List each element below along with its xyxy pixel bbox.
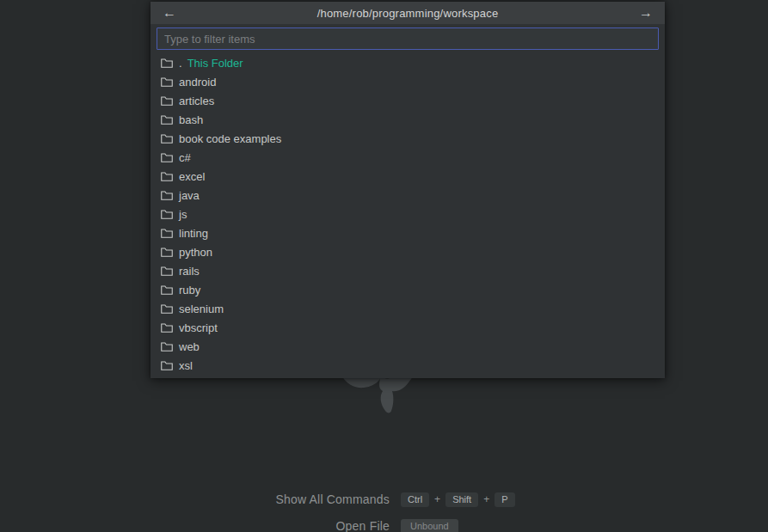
folder-item-label: articles <box>179 95 214 107</box>
folder-item-label: vbscript <box>179 321 218 334</box>
folder-item[interactable]: articles <box>151 91 665 110</box>
keybinding-hints: Show All Commands Ctrl+Shift+P Open File… <box>0 490 768 532</box>
key-badge: P <box>495 492 514 507</box>
folder-item[interactable]: ruby <box>151 280 665 299</box>
folder-item[interactable]: web <box>151 337 665 356</box>
folder-item[interactable]: book code examples <box>151 129 665 148</box>
key-separator: + <box>434 493 440 505</box>
folder-item[interactable]: vbscript <box>151 318 665 337</box>
folder-item-label: excel <box>179 170 205 183</box>
folder-item-label: selenium <box>179 303 224 315</box>
folder-item-label: c# <box>179 151 191 164</box>
folder-item[interactable]: xsl <box>151 356 665 375</box>
folder-item-label: xsl <box>179 359 193 372</box>
folder-list: . This Folder android <box>151 52 665 378</box>
folder-item-label: java <box>179 189 200 202</box>
shortcut-label: Show All Commands <box>0 492 390 506</box>
file-picker-palette: ← /home/rob/programming/workspace → . Th… <box>151 2 665 378</box>
folder-icon <box>161 114 173 125</box>
shortcut-keys: Unbound <box>401 519 458 532</box>
folder-item-label: js <box>179 208 187 221</box>
folder-icon <box>161 266 173 277</box>
folder-item-label: bash <box>179 113 203 126</box>
folder-item-label: python <box>179 246 212 259</box>
folder-icon <box>161 209 173 220</box>
folder-item-label: linting <box>179 227 208 240</box>
folder-icon <box>161 303 173 315</box>
folder-item[interactable]: linting <box>151 223 665 242</box>
palette-header: ← /home/rob/programming/workspace → <box>151 2 665 24</box>
folder-icon <box>161 58 173 69</box>
shortcut-label: Open File <box>0 519 390 532</box>
folder-item[interactable]: selenium <box>151 299 665 318</box>
folder-icon <box>161 322 173 333</box>
folder-item-prefix: . <box>179 57 182 70</box>
folder-item[interactable]: java <box>151 186 665 205</box>
folder-icon <box>161 360 173 371</box>
unbound-badge: Unbound <box>401 519 458 532</box>
folder-icon <box>161 152 173 163</box>
folder-icon <box>161 95 173 107</box>
folder-icon <box>161 284 173 296</box>
folder-item[interactable]: python <box>151 242 665 261</box>
filter-input-container <box>151 24 665 52</box>
folder-icon <box>161 171 173 182</box>
folder-item[interactable]: excel <box>151 167 665 186</box>
folder-icon <box>161 247 173 258</box>
back-button[interactable]: ← <box>161 6 178 20</box>
folder-icon <box>161 341 173 352</box>
folder-item-label: android <box>179 76 216 89</box>
arrow-right-icon: → <box>639 5 653 20</box>
folder-item[interactable]: rails <box>151 261 665 280</box>
folder-icon <box>161 76 173 88</box>
folder-item-label: web <box>179 340 200 353</box>
folder-item[interactable]: android <box>151 72 665 91</box>
keybinding-hint-row: Show All Commands Ctrl+Shift+P <box>0 490 768 509</box>
folder-item-label: ruby <box>179 284 200 297</box>
editor-logo-watermark <box>340 376 426 414</box>
arrow-left-icon: ← <box>163 5 176 20</box>
folder-item[interactable]: c# <box>151 148 665 167</box>
current-path: /home/rob/programming/workspace <box>178 7 637 20</box>
shortcut-keys: Ctrl+Shift+P <box>401 492 515 507</box>
folder-item-label: book code examples <box>179 132 281 145</box>
key-badge: Shift <box>445 492 478 507</box>
folder-item[interactable]: bash <box>151 110 665 129</box>
filter-input[interactable] <box>157 28 659 50</box>
key-badge: Ctrl <box>401 492 429 507</box>
forward-button[interactable]: → <box>637 6 654 20</box>
folder-item[interactable]: . This Folder <box>151 53 665 72</box>
folder-item-label: This Folder <box>187 57 243 70</box>
keybinding-hint-row: Open File Unbound <box>0 517 768 532</box>
folder-icon <box>161 133 173 144</box>
key-separator: + <box>483 493 489 505</box>
folder-icon <box>161 190 173 201</box>
folder-icon <box>161 228 173 239</box>
folder-item[interactable]: js <box>151 205 665 223</box>
editor-logo-icon <box>340 376 426 414</box>
folder-item-label: rails <box>179 265 200 278</box>
